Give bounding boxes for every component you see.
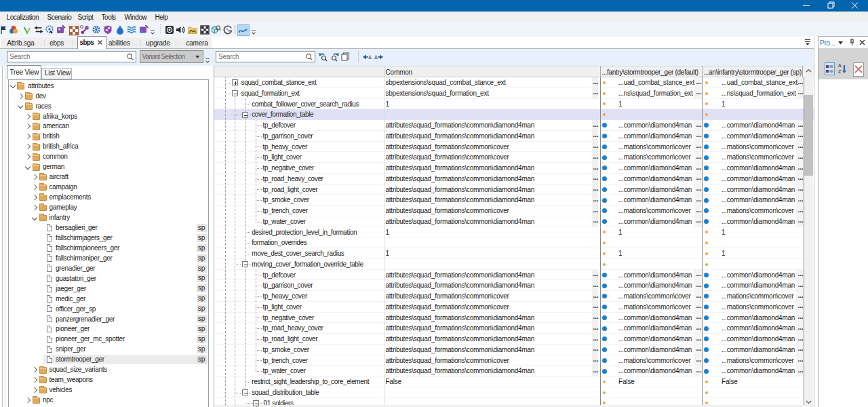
svg-text:Z: Z (838, 69, 842, 74)
svg-text:A: A (838, 63, 842, 68)
